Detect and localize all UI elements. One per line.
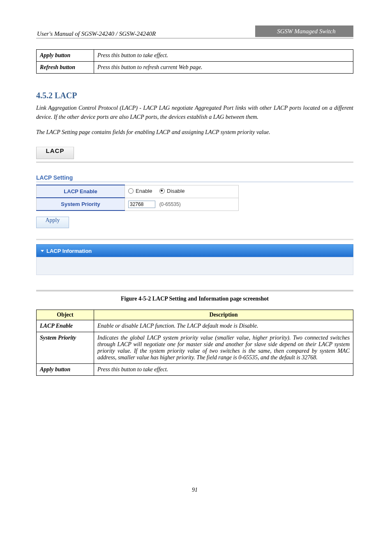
lacp-information-header[interactable]: LACP Information [36, 244, 353, 257]
header-rule [36, 38, 353, 39]
def-top-r0-title: Apply button [37, 50, 94, 62]
lacp-enable-row: LACP Enable Enable Disable [37, 185, 239, 198]
lacp-disable-radio[interactable]: Disable [159, 188, 184, 194]
lacp-setting-title: LACP Setting [36, 174, 353, 182]
lacp-information-panel: LACP Information [36, 244, 353, 275]
def-top-r1-title: Refresh button [37, 62, 94, 74]
section-heading: 4.5.2 LACP [36, 91, 353, 100]
def-table-top: Apply button Press this button to take e… [36, 49, 353, 74]
figure-rule [36, 162, 353, 163]
def-bot-r0-desc: Enable or disable LACP function. The LAC… [94, 320, 353, 332]
system-priority-label: System Priority [37, 198, 125, 210]
table-row: System Priority Indicates the global LAC… [37, 332, 353, 364]
radio-icon [128, 188, 134, 194]
lacp-setting-table: LACP Enable Enable Disable System Priori [36, 185, 239, 211]
def-bot-r0-title: LACP Enable [37, 320, 94, 332]
lacp-tab[interactable]: LACP [36, 147, 74, 159]
disable-label: Disable [167, 188, 184, 194]
table-row: LACP Enable Enable or disable LACP funct… [37, 320, 353, 332]
page-number: 91 [36, 487, 353, 510]
lacp-information-title: LACP Information [46, 248, 92, 254]
header-left: User's Manual of SGSW-24240 / SGSW-24240… [37, 30, 156, 37]
def-table-bottom: Object Description LACP Enable Enable or… [36, 310, 353, 376]
def-bot-r2-title: Apply button [37, 364, 94, 376]
apply-button[interactable]: Apply [36, 217, 69, 228]
section-paragraph-2: The LACP Setting page contains fields fo… [36, 128, 353, 137]
system-priority-hint: (0-65535) [159, 201, 181, 207]
def-head-object: Object [57, 312, 73, 318]
chevron-down-icon [41, 250, 44, 252]
def-top-r1-desc: Press this button to refresh current Web… [94, 62, 353, 74]
figure-lacp-screenshot: LACP LACP Setting LACP Enable Enable Dis… [36, 147, 353, 291]
table-row: Apply button Press this button to take e… [37, 50, 353, 62]
header-right-badge: SGSW Managed Switch [255, 25, 353, 37]
lacp-enable-label: LACP Enable [37, 185, 125, 198]
table-row: Refresh button Press this button to refr… [37, 62, 353, 74]
figure-caption: Figure 4-5-2 LACP Setting and Informatio… [36, 296, 353, 302]
lacp-enable-radio[interactable]: Enable [128, 188, 152, 194]
def-bot-r1-desc: Indicates the global LACP system priorit… [94, 332, 353, 364]
system-priority-row: System Priority (0-65535) [37, 198, 239, 210]
enable-label: Enable [136, 188, 152, 194]
figure-divider [36, 239, 353, 240]
def-bot-r2-desc: Press this button to take effect. [94, 364, 353, 376]
def-head-description: Description [209, 312, 238, 318]
system-priority-input[interactable] [128, 201, 155, 208]
radio-selected-icon [159, 188, 165, 194]
table-row: Apply button Press this button to take e… [37, 364, 353, 376]
section-paragraph-1: Link Aggregation Control Protocol (LACP)… [36, 104, 353, 121]
def-bot-r1-title: System Priority [37, 332, 94, 364]
def-top-r0-desc: Press this button to take effect. [94, 50, 353, 62]
lacp-information-body [36, 257, 353, 275]
